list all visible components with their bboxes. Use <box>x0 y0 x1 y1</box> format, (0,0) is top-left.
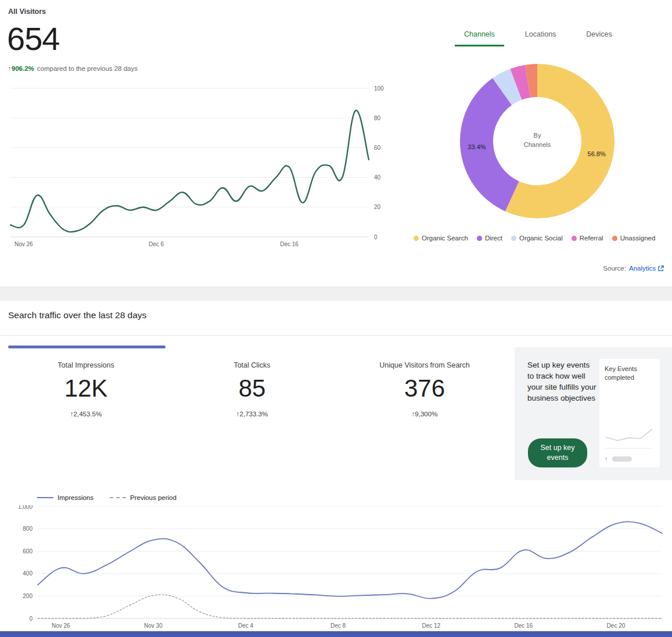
stat-value: 376 <box>379 375 469 402</box>
svg-text:Dec 6: Dec 6 <box>149 241 164 247</box>
tab-channels[interactable]: Channels <box>455 26 504 46</box>
legend-label: Referral <box>580 235 603 242</box>
all-visitors-delta-row: ↑906.2%compared to the previous 28 days <box>8 65 138 72</box>
stat-total-impressions[interactable]: Total Impressions 12K ↑2,453.5% <box>58 361 114 418</box>
channels-tabs: Channels Locations Devices <box>455 26 621 46</box>
svg-text:0: 0 <box>374 234 378 240</box>
legend-dot-direct <box>477 236 482 241</box>
placeholder-pill <box>612 456 632 462</box>
stat-total-clicks[interactable]: Total Clicks 85 ↑2,733.3% <box>233 361 270 418</box>
key-events-completed-card: Key Events completed ↑ <box>599 359 660 467</box>
stat-delta: ↑2,453.5% <box>58 411 114 418</box>
analytics-source-link[interactable]: Analytics <box>629 265 664 272</box>
legend-item-previous-period: Previous period <box>110 494 177 501</box>
stat-delta: ↑9,300% <box>379 411 469 418</box>
svg-text:800: 800 <box>23 526 33 532</box>
external-link-icon <box>657 265 664 272</box>
stat-value: 85 <box>233 375 270 402</box>
all-visitors-value: 654 <box>7 20 59 57</box>
svg-text:600: 600 <box>23 548 33 555</box>
svg-text:Dec 16: Dec 16 <box>515 622 533 629</box>
bottom-panel-edge <box>0 631 672 637</box>
legend-label: Direct <box>485 235 502 242</box>
legend-item-impressions: Impressions <box>37 494 94 501</box>
key-events-sparkline-chart <box>605 426 653 449</box>
key-events-card-title: Key Events completed <box>605 365 655 382</box>
svg-text:Dec 8: Dec 8 <box>330 622 346 629</box>
svg-text:1,000: 1,000 <box>18 505 33 510</box>
legend-dot-organic-social <box>511 236 516 241</box>
legend-item-organic-search: Organic Search <box>414 235 468 242</box>
dashed-line-swatch-icon <box>110 497 126 498</box>
svg-text:33.4%: 33.4% <box>468 143 486 150</box>
search-section-title: Search traffic over the last 28 days <box>8 310 146 321</box>
legend-item-organic-social: Organic Social <box>511 235 563 242</box>
legend-label: Organic Search <box>422 235 468 242</box>
channels-legend: Organic Search Direct Organic Social Ref… <box>414 235 655 242</box>
tab-locations[interactable]: Locations <box>516 26 566 46</box>
impressions-trend-chart: 02004006008001,000Nov 26Nov 30Dec 4Dec 8… <box>0 505 672 637</box>
svg-text:Dec 12: Dec 12 <box>422 622 440 629</box>
all-visitors-title: All Visitors <box>8 8 46 16</box>
key-events-card-footer: ↑ <box>605 455 655 462</box>
legend-dot-referral <box>572 236 577 241</box>
source-prefix: Source: <box>603 265 626 272</box>
legend-item-unassigned: Unassigned <box>612 235 656 242</box>
svg-text:Dec 16: Dec 16 <box>280 241 299 247</box>
legend-dot-organic-search <box>414 236 419 241</box>
solid-line-swatch-icon <box>37 497 53 498</box>
set-up-key-events-button[interactable]: Set up key events <box>528 438 587 467</box>
stat-label: Total Impressions <box>58 361 114 369</box>
up-arrow-icon: ↑ <box>605 455 608 462</box>
stat-unique-visitors[interactable]: Unique Visitors from Search 376 ↑9,300% <box>379 361 469 418</box>
svg-text:Dec 4: Dec 4 <box>238 622 254 629</box>
stat-label: Unique Visitors from Search <box>379 361 469 369</box>
visitors-delta-value: 906.2% <box>12 65 34 72</box>
svg-text:Nov 26: Nov 26 <box>15 241 33 247</box>
stat-label: Total Clicks <box>233 361 270 369</box>
svg-text:Nov 30: Nov 30 <box>144 622 163 629</box>
source-row: Source: Analytics <box>603 265 664 272</box>
stat-value: 12K <box>58 375 114 402</box>
svg-text:100: 100 <box>374 85 384 92</box>
legend-label: Organic Social <box>519 235 563 242</box>
svg-text:0: 0 <box>29 616 33 622</box>
impressions-chart-legend: Impressions Previous period <box>37 494 177 501</box>
divider <box>0 335 672 336</box>
analytics-dashboard: All Visitors 654 ↑906.2%compared to the … <box>0 0 672 637</box>
legend-dot-unassigned <box>612 236 617 241</box>
donut-center-label: By Channels <box>522 131 553 150</box>
svg-text:80: 80 <box>374 115 381 121</box>
visitors-delta-badge: ↑906.2% <box>8 65 34 72</box>
stat-delta: ↑2,733.3% <box>233 411 270 418</box>
legend-item-direct: Direct <box>477 235 502 242</box>
svg-text:20: 20 <box>374 204 381 210</box>
svg-text:40: 40 <box>374 174 381 181</box>
svg-text:60: 60 <box>374 145 381 151</box>
legend-item-referral: Referral <box>572 235 603 242</box>
legend-label: Unassigned <box>620 235 656 242</box>
svg-text:56.8%: 56.8% <box>588 150 606 157</box>
svg-text:Nov 26: Nov 26 <box>52 622 70 629</box>
selected-metric-indicator[interactable] <box>8 346 166 348</box>
svg-text:200: 200 <box>23 593 33 599</box>
tab-devices[interactable]: Devices <box>577 26 621 46</box>
section-separator <box>0 286 672 301</box>
visitors-trend-chart: 020406080100Nov 26Dec 6Dec 16 <box>0 82 401 257</box>
svg-text:Dec 20: Dec 20 <box>607 622 626 629</box>
key-events-message: Set up key events to track how well your… <box>527 359 598 404</box>
svg-text:400: 400 <box>23 570 33 577</box>
visitors-delta-note: compared to the previous 28 days <box>37 65 138 72</box>
